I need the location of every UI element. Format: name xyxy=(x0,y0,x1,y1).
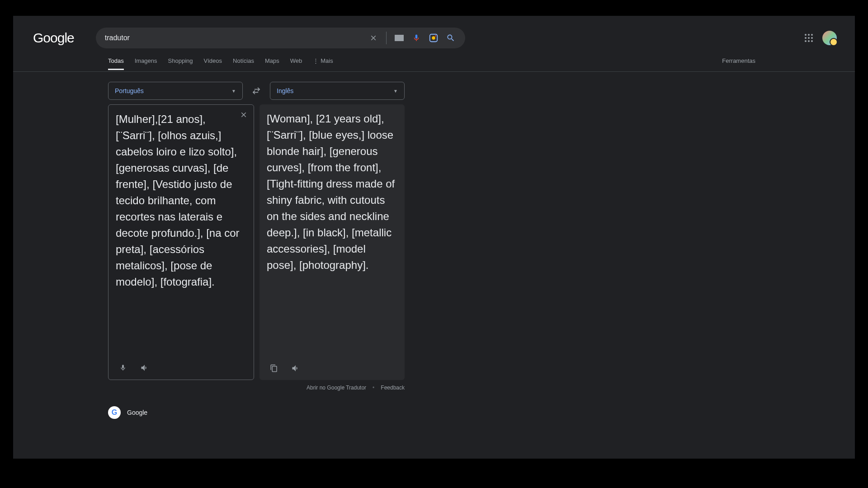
svg-point-8 xyxy=(432,36,435,39)
svg-rect-5 xyxy=(402,36,403,37)
open-translator-link[interactable]: Abrir no Google Tradutor xyxy=(307,385,366,391)
clear-source-button[interactable] xyxy=(238,109,249,120)
tab-more[interactable]: ⋮ Mais xyxy=(313,57,333,70)
separator-dot: • xyxy=(373,385,374,391)
target-text: [Woman], [21 years old], [¨Sarri¨], [blu… xyxy=(267,111,397,358)
source-language-select[interactable]: Português ▼ xyxy=(108,82,243,100)
swap-languages-button[interactable] xyxy=(248,83,264,99)
feedback-link[interactable]: Feedback xyxy=(381,385,405,391)
target-pane: [Woman], [21 years old], [¨Sarri¨], [blu… xyxy=(259,104,405,380)
copy-icon[interactable] xyxy=(269,363,279,374)
translator-widget: Português ▼ Inglês ▼ [Mulher],[21 anos],… xyxy=(108,82,405,391)
google-logo[interactable]: Google xyxy=(33,30,74,46)
tab-web[interactable]: Web xyxy=(290,57,302,70)
source-text[interactable]: [Mulher],[21 anos], [¨Sarri¨], [olhos az… xyxy=(116,111,246,358)
svg-point-9 xyxy=(435,35,436,37)
tab-maps[interactable]: Maps xyxy=(265,57,279,70)
listen-target-icon[interactable] xyxy=(290,363,301,374)
account-avatar[interactable] xyxy=(822,31,837,45)
search-input[interactable] xyxy=(105,34,368,42)
tools-button[interactable]: Ferramentas xyxy=(722,57,755,70)
mic-icon[interactable] xyxy=(411,33,422,43)
svg-rect-2 xyxy=(397,36,398,37)
tab-videos[interactable]: Vídeos xyxy=(204,57,222,70)
svg-rect-1 xyxy=(396,36,396,37)
keyboard-icon[interactable] xyxy=(394,33,405,43)
search-result[interactable]: G Google xyxy=(108,406,855,419)
tab-news[interactable]: Notícias xyxy=(233,57,254,70)
lens-icon[interactable] xyxy=(428,33,439,43)
chevron-down-icon: ▼ xyxy=(393,89,398,94)
mic-input-icon[interactable] xyxy=(118,362,128,373)
search-icon[interactable] xyxy=(445,33,456,43)
apps-icon[interactable] xyxy=(803,33,814,43)
tab-images[interactable]: Imagens xyxy=(135,57,157,70)
svg-rect-6 xyxy=(397,39,401,40)
result-favicon: G xyxy=(108,406,121,419)
source-language-label: Português xyxy=(115,87,144,94)
tab-all[interactable]: Todas xyxy=(108,57,124,70)
tab-shopping[interactable]: Shopping xyxy=(168,57,193,70)
listen-source-icon[interactable] xyxy=(139,362,150,373)
source-pane: [Mulher],[21 anos], [¨Sarri¨], [olhos az… xyxy=(108,104,254,380)
search-bar xyxy=(96,28,465,48)
result-title: Google xyxy=(127,409,147,416)
target-language-select[interactable]: Inglês ▼ xyxy=(270,82,405,100)
svg-rect-0 xyxy=(395,35,404,41)
chevron-down-icon: ▼ xyxy=(231,89,236,94)
more-dots-icon: ⋮ xyxy=(313,57,319,64)
svg-rect-3 xyxy=(399,36,400,37)
svg-rect-4 xyxy=(400,36,401,37)
target-language-label: Inglês xyxy=(277,87,293,94)
search-tabs: Todas Imagens Shopping Vídeos Notícias M… xyxy=(13,48,855,72)
clear-icon[interactable] xyxy=(368,33,379,43)
